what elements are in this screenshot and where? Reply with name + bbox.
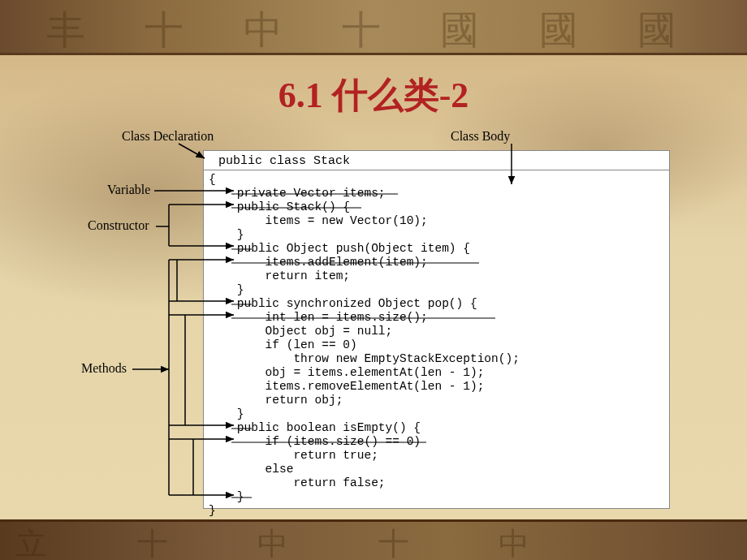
decorative-top-banner [0, 0, 747, 55]
label-methods: Methods [81, 361, 127, 376]
class-body-code: { private Vector items; public Stack() {… [204, 170, 669, 520]
svg-line-0 [179, 144, 205, 158]
diagram-container: Class Declaration Class Body Variable Co… [81, 126, 674, 511]
class-declaration-line: public class Stack [204, 151, 669, 170]
label-class-declaration: Class Declaration [122, 129, 214, 144]
decorative-bottom-banner [0, 519, 747, 560]
label-constructor: Constructor [88, 218, 149, 233]
slide-title: 6.1 什么类-2 [0, 71, 747, 119]
label-class-body: Class Body [451, 129, 510, 144]
label-variable: Variable [107, 183, 150, 197]
code-block: public class Stack { private Vector item… [203, 150, 670, 509]
